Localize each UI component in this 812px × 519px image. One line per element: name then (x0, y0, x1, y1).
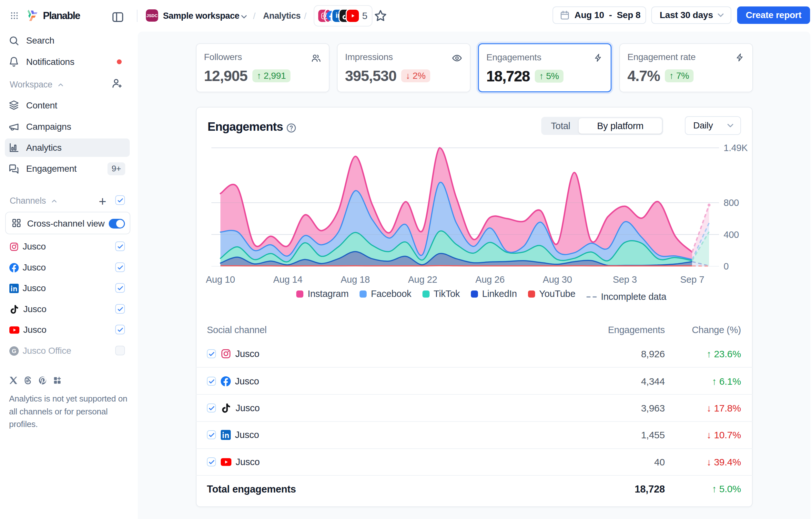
svg-text:Aug 22: Aug 22 (408, 275, 437, 285)
svg-text:Aug 26: Aug 26 (475, 275, 504, 285)
svg-text:Sep 3: Sep 3 (613, 275, 637, 285)
svg-text:Aug 10: Aug 10 (206, 275, 235, 285)
svg-text:Sep 7: Sep 7 (680, 275, 704, 285)
svg-text:800: 800 (724, 198, 739, 208)
svg-text:400: 400 (724, 229, 739, 240)
svg-text:Aug 30: Aug 30 (543, 275, 572, 285)
svg-text:Aug 14: Aug 14 (273, 275, 303, 285)
svg-text:G: G (12, 348, 17, 354)
svg-text:1.49K: 1.49K (724, 143, 748, 153)
svg-text:0: 0 (724, 261, 729, 271)
svg-text:Aug 18: Aug 18 (341, 275, 370, 285)
